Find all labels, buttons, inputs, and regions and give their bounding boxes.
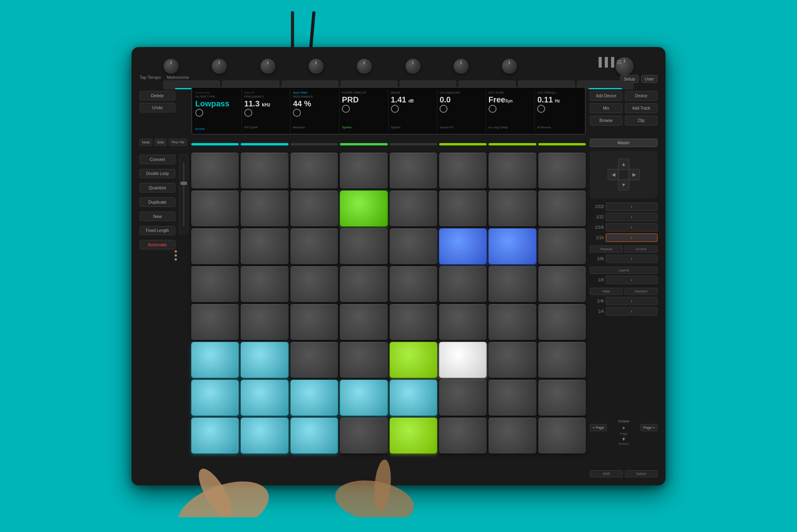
knob-1[interactable] — [163, 59, 179, 74]
solo-button[interactable]: Solo — [155, 139, 167, 146]
pad-r4-c0[interactable] — [191, 304, 239, 340]
pad-r1-c6[interactable] — [489, 190, 536, 226]
pad-r6-c5[interactable] — [439, 380, 487, 416]
knob-4[interactable] — [308, 59, 324, 74]
stop-clip-button[interactable]: Stop Clip — [169, 139, 186, 146]
knob-2[interactable] — [212, 59, 227, 74]
pad-r0-c1[interactable] — [241, 153, 288, 188]
pad-r0-c0[interactable] — [191, 153, 239, 188]
timing-btn-4t[interactable]: › — [606, 297, 658, 305]
pad-r7-c2[interactable] — [291, 418, 338, 453]
nav-left-button[interactable]: ◀ — [608, 169, 619, 180]
pad-r4-c3[interactable] — [340, 304, 387, 340]
quantize-button[interactable]: Quantize — [139, 183, 175, 192]
timing-btn-32[interactable]: › — [606, 213, 658, 221]
nav-right-button[interactable]: ▶ — [628, 169, 640, 180]
knob-3[interactable] — [260, 59, 275, 74]
new-button[interactable]: New — [139, 212, 175, 221]
pad-r6-c0[interactable] — [191, 380, 239, 416]
metronome-button[interactable]: Metronome — [167, 75, 189, 80]
repeat-button[interactable]: Repeat — [590, 245, 623, 253]
pad-r6-c3[interactable] — [340, 380, 387, 416]
timing-btn-8t[interactable]: › — [606, 255, 658, 263]
device-button[interactable]: Device — [625, 91, 658, 101]
fixed-length-button[interactable]: Fixed Length — [139, 226, 175, 235]
pad-r1-c0[interactable] — [191, 190, 239, 226]
pad-r2-c4[interactable] — [390, 228, 437, 264]
pad-r4-c4[interactable] — [390, 304, 437, 340]
pad-r5-c4[interactable] — [390, 342, 437, 378]
pad-r3-c3[interactable] — [340, 266, 387, 302]
pad-r0-c6[interactable] — [489, 153, 536, 188]
select-button[interactable]: Select — [625, 470, 658, 477]
pad-r5-c0[interactable] — [191, 342, 239, 378]
layout-button[interactable]: Layout — [590, 267, 658, 274]
pad-r5-c3[interactable] — [340, 342, 387, 378]
pad-r5-c2[interactable] — [291, 342, 338, 378]
pad-r3-c7[interactable] — [538, 266, 586, 302]
pad-r3-c1[interactable] — [241, 266, 288, 302]
tap-tempo-button[interactable]: Tap Tempo — [139, 75, 161, 80]
pad-r6-c7[interactable] — [538, 380, 586, 416]
timing-btn-16t[interactable]: › — [606, 223, 658, 232]
add-track-button[interactable]: Add Track — [625, 103, 658, 113]
pad-r3-c5[interactable] — [439, 266, 487, 302]
timing-btn-4[interactable]: › — [606, 307, 658, 316]
pad-r4-c7[interactable] — [538, 304, 586, 340]
pad-r2-c1[interactable] — [241, 228, 288, 264]
user-button[interactable]: User — [641, 75, 658, 83]
note-button[interactable]: Note — [590, 288, 623, 295]
octave-up-button[interactable]: ▲ — [622, 425, 626, 430]
pad-r4-c2[interactable] — [291, 304, 338, 340]
pad-r1-c4[interactable] — [390, 190, 437, 226]
pad-r6-c4[interactable] — [390, 380, 437, 416]
pad-r2-c7[interactable] — [538, 228, 586, 264]
timing-btn-32t[interactable]: › — [606, 202, 658, 211]
pad-r0-c7[interactable] — [538, 153, 586, 188]
undo-button[interactable]: Undo — [139, 103, 175, 112]
pad-r4-c6[interactable] — [489, 304, 536, 340]
pad-r2-c3[interactable] — [340, 228, 387, 264]
pad-r7-c5[interactable] — [439, 418, 487, 453]
knob-6[interactable] — [405, 59, 420, 74]
pad-r7-c4[interactable] — [390, 418, 437, 453]
knob-8[interactable] — [502, 59, 517, 74]
pad-r2-c5[interactable] — [439, 228, 487, 264]
pad-r3-c6[interactable] — [489, 266, 536, 302]
mute-button[interactable]: Mute — [139, 139, 152, 146]
pad-r6-c1[interactable] — [241, 380, 288, 416]
pad-r6-c2[interactable] — [291, 380, 338, 416]
pad-r5-c7[interactable] — [538, 342, 586, 378]
pad-r7-c0[interactable] — [191, 418, 239, 453]
mix-button[interactable]: Mix — [590, 103, 622, 113]
timing-btn-16[interactable]: › — [606, 234, 658, 242]
add-device-button[interactable]: Add Device — [590, 91, 622, 101]
pad-r0-c2[interactable] — [291, 153, 338, 188]
pad-r3-c4[interactable] — [390, 266, 437, 302]
browse-button[interactable]: Browse — [590, 116, 622, 126]
pad-r2-c2[interactable] — [291, 228, 338, 264]
master-button[interactable]: Master — [590, 139, 658, 147]
octave-down-arrow[interactable]: ▼ — [621, 436, 626, 442]
page-left-button[interactable]: < Page — [590, 424, 607, 431]
nav-up-button[interactable]: ▲ — [618, 159, 629, 170]
pad-r0-c4[interactable] — [390, 153, 437, 188]
pad-r0-c3[interactable] — [340, 153, 387, 188]
pad-r3-c0[interactable] — [191, 266, 239, 302]
pad-r1-c5[interactable] — [439, 190, 487, 226]
pad-r3-c2[interactable] — [291, 266, 338, 302]
session-button[interactable]: Session — [624, 288, 658, 295]
double-loop-button[interactable]: Double Loop — [139, 169, 175, 178]
convert-button[interactable]: Convert — [139, 155, 175, 164]
pad-r4-c1[interactable] — [241, 304, 288, 340]
pad-r1-c1[interactable] — [241, 190, 288, 226]
accent-button[interactable]: Accent — [624, 245, 658, 253]
pad-r4-c5[interactable] — [439, 304, 487, 340]
pad-r5-c6[interactable] — [489, 342, 536, 378]
pad-r2-c6[interactable] — [489, 228, 536, 264]
pad-r1-c2[interactable] — [291, 190, 338, 226]
pad-r1-c7[interactable] — [538, 190, 586, 226]
knob-5[interactable] — [357, 59, 372, 74]
delete-button[interactable]: Delete — [139, 91, 175, 100]
pad-r7-c6[interactable] — [489, 418, 536, 453]
